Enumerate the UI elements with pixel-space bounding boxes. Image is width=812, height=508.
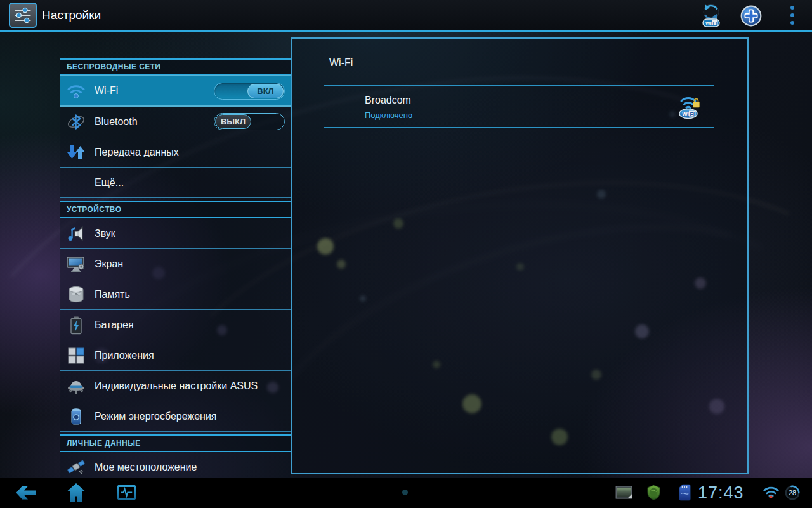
add-network-icon: [740, 5, 762, 27]
screenshot-thumb-icon: [615, 486, 632, 499]
sidebar-section-header: БЕСПРОВОДНЫЕ СЕТИ: [60, 58, 291, 75]
bluetooth-icon: [65, 112, 87, 132]
system-bar: 17:43 28: [0, 478, 812, 508]
wifi-panel: Wi-Fi BroadcomПодключеноWIFI: [291, 37, 749, 474]
action-bar: Настройки WIFI: [0, 0, 812, 32]
location-icon: [65, 457, 87, 478]
asus-custom-icon: [65, 376, 87, 396]
shield-icon: [646, 485, 661, 500]
sidebar-item-power-saver[interactable]: Режим энергосбережения: [60, 401, 291, 432]
settings-sidebar: БЕСПРОВОДНЫЕ СЕТИWi-FiВКЛBluetoothВЫКЛПе…: [60, 58, 291, 483]
power-saver-icon: [65, 406, 87, 427]
sidebar-section-header: ЛИЧНЫЕ ДАННЫЕ: [60, 434, 291, 452]
battery-indicator[interactable]: 28: [784, 485, 801, 501]
panel-title: Wi-Fi: [329, 57, 353, 69]
sidebar-item-data-usage[interactable]: Передача данных: [60, 137, 291, 168]
sound-icon: [65, 224, 87, 244]
section-header-label: УСТРОЙСТВО: [67, 205, 121, 214]
sidebar-item-battery[interactable]: Батарея: [60, 310, 291, 340]
sidebar-item-label: Передача данных: [95, 147, 179, 158]
sidebar-item-label: Ещё...: [95, 177, 124, 189]
sidebar-item-label: Батарея: [95, 319, 134, 331]
sidebar-section-header: УСТРОЙСТВО: [60, 201, 291, 218]
network-name: Broadcom: [365, 95, 411, 106]
toggle-knob-label: ВКЛ: [247, 84, 284, 98]
add-network-button[interactable]: [740, 5, 762, 27]
page-title: Настройки: [42, 0, 101, 30]
sidebar-item-wifi[interactable]: Wi-FiВКЛ: [60, 75, 291, 107]
sidebar-item-sound[interactable]: Звук: [60, 218, 291, 249]
system-bar-dot: [402, 490, 408, 495]
network-status: Подключено: [365, 110, 412, 120]
sidebar-item-label: Звук: [95, 228, 115, 239]
wifi-scan-icon: WIFI: [697, 1, 725, 29]
battery-percent-label: 28: [784, 485, 801, 501]
wifi-toggle[interactable]: ВКЛ: [214, 83, 285, 100]
sidebar-item-label: Экран: [95, 258, 123, 270]
sidebar-item-label: Приложения: [95, 350, 154, 361]
svg-text:WI: WI: [705, 20, 712, 26]
overflow-menu-icon: [788, 4, 797, 26]
svg-text:FI: FI: [713, 20, 717, 26]
storage-icon: [65, 284, 87, 305]
home-button[interactable]: [66, 482, 86, 503]
section-header-label: БЕСПРОВОДНЫЕ СЕТИ: [67, 62, 160, 71]
wifi-icon: [65, 81, 87, 101]
apps-icon: [65, 345, 87, 366]
sidebar-item-display[interactable]: Экран: [60, 249, 291, 279]
sidebar-item-label: Bluetooth: [95, 116, 138, 128]
wifi-secured-icon: WIFI: [676, 93, 704, 121]
display-icon: [65, 254, 87, 274]
overflow-menu-button[interactable]: [787, 4, 798, 26]
network-row-broadcom[interactable]: BroadcomПодключеноWIFI: [324, 85, 714, 128]
nav-recents-icon: [116, 483, 137, 502]
sidebar-item-more[interactable]: Ещё...: [60, 168, 291, 198]
nav-back-icon: [14, 484, 37, 502]
sidebar-item-label: Режим энергосбережения: [95, 411, 217, 422]
settings-sliders-icon: [9, 3, 37, 28]
sidebar-item-asus-custom[interactable]: Индивидуальные настройки ASUS: [60, 371, 291, 401]
sidebar-item-label: Мое местоположение: [95, 462, 197, 473]
sidebar-item-bluetooth[interactable]: BluetoothВЫКЛ: [60, 107, 291, 137]
status-wifi-icon[interactable]: [763, 486, 780, 500]
svg-text:WI: WI: [683, 111, 689, 117]
sidebar-item-storage[interactable]: Память: [60, 279, 291, 310]
sidebar-item-label: Память: [95, 289, 130, 300]
no-icon: [65, 173, 87, 193]
svg-text:FI: FI: [690, 111, 695, 117]
antivirus-status-icon[interactable]: [646, 485, 661, 500]
recents-button[interactable]: [116, 483, 137, 502]
wifi-scan-button[interactable]: WIFI: [697, 1, 726, 29]
sidebar-item-label: Wi-Fi: [95, 85, 118, 97]
sdcard-status-icon[interactable]: [679, 484, 691, 501]
sd-card-icon: [679, 484, 691, 501]
data-transfer-icon: [65, 142, 87, 163]
tablet-screen: Настройки WIFI БЕСПРОВОДНЫЕ СЕТИWi-FiВКЛ…: [0, 0, 812, 508]
sidebar-item-apps[interactable]: Приложения: [60, 340, 291, 371]
bluetooth-toggle[interactable]: ВЫКЛ: [214, 113, 285, 130]
section-header-label: ЛИЧНЫЕ ДАННЫЕ: [67, 439, 141, 448]
back-button[interactable]: [14, 484, 37, 502]
screenshot-status-icon[interactable]: [615, 486, 632, 499]
battery-icon: [65, 315, 87, 335]
clock[interactable]: 17:43: [698, 478, 744, 508]
nav-home-icon: [66, 482, 86, 503]
sidebar-item-label: Индивидуальные настройки ASUS: [95, 380, 258, 392]
toggle-knob-label: ВЫКЛ: [215, 114, 251, 129]
